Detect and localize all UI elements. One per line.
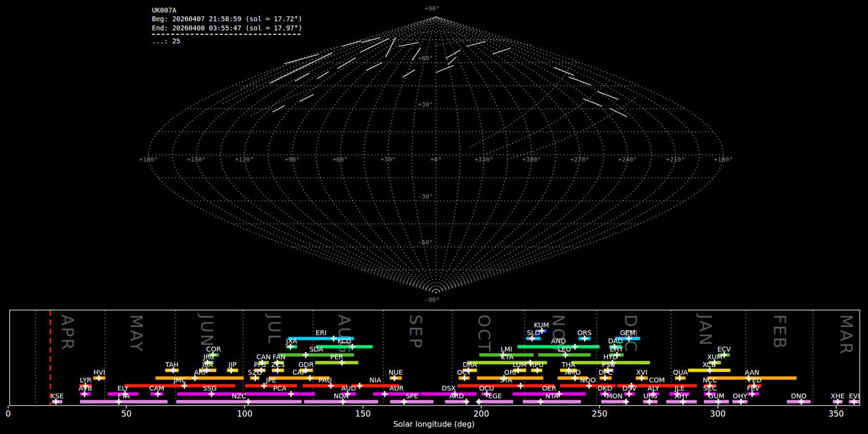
shower-bar-ARI	[155, 377, 244, 380]
x-tick-label: 100	[237, 409, 252, 419]
shower-label-URS: URS	[643, 392, 657, 400]
month-label-aug: AUG	[335, 314, 354, 355]
shower-label-DSV: DSV	[623, 384, 637, 392]
shower-label-JPE: JPE	[265, 376, 276, 384]
month-label-sep: SEP	[406, 314, 425, 350]
shower-label-NOO: NOO	[580, 376, 596, 384]
shower-bar-NTA	[523, 400, 581, 404]
shower-label-EVI: EVI	[849, 392, 860, 400]
meteor-trail	[569, 77, 591, 85]
shower-bar-JPE	[245, 384, 297, 388]
month-label-apr: APR	[58, 314, 77, 351]
shower-label-DRA: DRA	[462, 361, 477, 368]
shower-label-AND: AND	[551, 337, 566, 345]
shower-label-XUM: XUM	[707, 353, 723, 361]
map-meridian	[436, 17, 676, 293]
x-tick-label: 0	[5, 409, 11, 419]
shower-label-ORS: ORS	[577, 329, 592, 337]
map-longitude-label: +210°	[666, 156, 685, 163]
month-label-jan: JAN	[696, 313, 715, 347]
meteor-trail	[583, 99, 602, 106]
meteor-trail	[366, 63, 382, 70]
map-longitude-label: +0°	[430, 156, 441, 163]
shower-label-EHY: EHY	[610, 345, 623, 353]
shower-bar-EGE	[477, 400, 513, 404]
shower-label-AUD: AUD	[341, 384, 356, 392]
shower-label-SZC: SZC	[248, 368, 261, 376]
shower-label-DKD: DKD	[597, 384, 612, 392]
shower-label-CAN: CAN	[257, 353, 271, 361]
shower-label-OCT: OCT	[457, 368, 472, 376]
end-time: End: 20260408 03:55:47 (sol = 17.97°)	[152, 24, 302, 32]
shower-label-AUR: AUR	[390, 384, 404, 392]
shower-label-LYR: LYR	[80, 376, 92, 384]
shower-label-ARI: ARI	[194, 368, 205, 376]
map-overlay-arc	[251, 87, 318, 116]
meteor-trail	[467, 41, 486, 46]
begin-time: Beg: 20260407 21:58:59 (sol = 17.72°)	[152, 14, 302, 23]
shower-label-KCG: KCG	[338, 337, 352, 345]
shower-label-ECV: ECV	[717, 345, 731, 353]
meteor-trail	[273, 106, 285, 112]
meteor-trail	[295, 73, 309, 81]
map-latitude-label: +90°	[424, 5, 439, 12]
meteor-trail	[436, 66, 453, 72]
month-label-may: MAY	[127, 314, 146, 353]
map-longitude-label: +300°	[522, 156, 541, 163]
map-meridian	[196, 17, 436, 293]
shower-label-COR: COR	[206, 345, 221, 353]
map-latitude-label: +60°	[418, 54, 433, 62]
station-id: UK007A	[152, 6, 302, 14]
shower-label-HVI: HVI	[94, 368, 105, 376]
shower-label-NDA: NDA	[334, 392, 349, 400]
x-axis-title: Solar longitude (deg)	[393, 420, 475, 429]
shower-label-CAP: CAP	[293, 368, 306, 376]
shower-label-QUA: QUA	[673, 368, 688, 376]
shower-label-GEM: GEM	[620, 329, 636, 337]
meteor-trail	[317, 72, 328, 79]
meteor-trail	[446, 50, 460, 58]
shower-label-PPS: PPS	[254, 361, 266, 368]
map-longitude-label: +150°	[187, 156, 206, 163]
map-overlay-arc	[507, 96, 637, 159]
shower-label-OER: OER	[542, 384, 556, 392]
shower-label-OHY: OHY	[732, 392, 747, 400]
shower-label-PCA: PCA	[273, 384, 286, 392]
shower-label-SSG: SSG	[203, 384, 217, 392]
meteor-trail	[270, 53, 332, 83]
meteor-trail	[403, 70, 415, 77]
meteor-trails	[270, 38, 627, 117]
shower-label-SDA: SDA	[309, 345, 323, 353]
map-longitude-label: +180°	[714, 156, 732, 163]
shower-bar-DSX	[421, 393, 476, 396]
meteor-trail	[361, 39, 389, 52]
map-meridian	[436, 17, 532, 293]
meteor-trail	[362, 38, 380, 42]
shower-label-EGE: EGE	[488, 392, 502, 400]
shower-label-NTA: NTA	[545, 392, 559, 400]
shower-label-XHE: XHE	[831, 392, 845, 400]
shower-label-SCC: SCC	[703, 384, 717, 392]
shower-label-CTA: CTA	[501, 353, 514, 361]
shower-label-ERI: ERI	[316, 329, 327, 337]
map-longitude-label: +240°	[618, 156, 637, 163]
shower-label-DPC: DPC	[598, 368, 612, 376]
meteor-trail	[493, 48, 510, 54]
map-overlay-arc	[487, 81, 609, 153]
map-longitude-label: +90°	[285, 156, 299, 163]
shower-label-KSE: KSE	[51, 392, 64, 400]
shower-label-CAM: CAM	[149, 384, 164, 392]
shower-label-PER: PER	[330, 353, 343, 361]
shower-label-NCC: NCC	[703, 376, 717, 384]
map-overlay-arc	[470, 65, 571, 147]
shower-label-LMI: LMI	[501, 345, 512, 353]
shower-label-ELY: ELY	[118, 384, 129, 392]
shower-label-XVI: XVI	[636, 368, 647, 376]
shower-label-NZC: NZC	[232, 392, 246, 400]
shower-label-JEA: JEA	[202, 361, 213, 368]
shower-label-RPU: RPU	[530, 361, 543, 368]
shower-label-JLE: JLE	[674, 384, 685, 392]
map-longitude-label: +60°	[333, 156, 348, 163]
shower-bar-PCA	[244, 393, 315, 396]
shower-label-SLD: SLD	[527, 329, 540, 337]
